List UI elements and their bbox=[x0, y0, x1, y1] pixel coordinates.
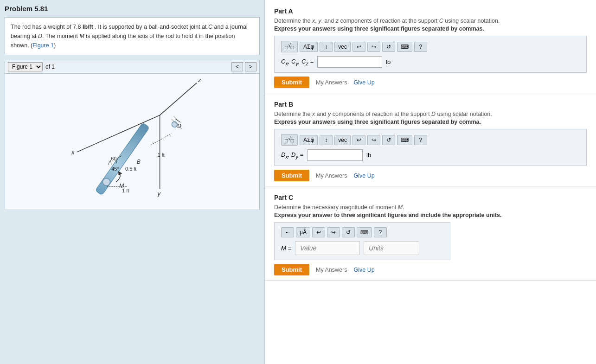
part-a-refresh-btn[interactable]: ↺ bbox=[382, 42, 395, 52]
part-c-refresh-btn[interactable]: ↺ bbox=[342, 227, 355, 237]
part-a-give-up[interactable]: Give Up bbox=[353, 79, 374, 86]
svg-text:D: D bbox=[177, 123, 181, 129]
part-a-section: Part A Determine the x, y, and z compone… bbox=[265, 0, 596, 93]
part-b-redo-btn[interactable]: ↪ bbox=[367, 135, 380, 145]
part-a-submit-row: Submit My Answers Give Up bbox=[274, 77, 587, 88]
part-b-give-up[interactable]: Give Up bbox=[353, 172, 374, 179]
vec-icon-b: vec bbox=[338, 137, 347, 143]
refresh-icon-c: ↺ bbox=[346, 229, 351, 236]
part-c-my-answers: My Answers bbox=[316, 267, 347, 273]
part-c-grid-btn[interactable]: ▪▫ bbox=[281, 227, 294, 237]
part-b-vec-btn[interactable]: vec bbox=[334, 135, 351, 145]
part-b-sqrt-btn[interactable]: □√□ bbox=[281, 134, 298, 146]
part-b-input-row: Dx, Dy = lb bbox=[281, 149, 580, 161]
vec-icon: vec bbox=[338, 44, 347, 50]
help-icon: ? bbox=[419, 44, 423, 50]
part-b-section: Part B Determine the x and y components … bbox=[265, 93, 596, 186]
part-a-input-row: Cx, Cy, Cz = lb bbox=[281, 56, 580, 68]
refresh-icon-b: ↺ bbox=[386, 137, 391, 143]
part-c-title: Part C bbox=[274, 194, 587, 201]
part-c-math-label: M = bbox=[281, 245, 291, 252]
problem-title: Problem 5.81 bbox=[5, 5, 260, 13]
part-b-refresh-btn[interactable]: ↺ bbox=[382, 135, 395, 145]
part-b-keyboard-btn[interactable]: ⌨ bbox=[397, 135, 412, 145]
part-a-vec-btn[interactable]: vec bbox=[334, 42, 351, 52]
part-b-undo-btn[interactable]: ↩ bbox=[352, 135, 365, 145]
redo-icon-b: ↪ bbox=[372, 137, 376, 143]
part-a-unit: lb bbox=[386, 58, 580, 65]
part-b-updown-btn[interactable]: ↕ bbox=[320, 135, 333, 145]
part-c-instruction: Determine the necessary magnitude of mom… bbox=[274, 204, 587, 211]
part-c-mu-btn[interactable]: μÅ bbox=[296, 227, 310, 237]
part-c-submit-row: Submit My Answers Give Up bbox=[274, 264, 587, 275]
svg-text:1 ft: 1 ft bbox=[158, 152, 165, 158]
part-c-submit-button[interactable]: Submit bbox=[274, 264, 309, 275]
part-c-units-input[interactable] bbox=[364, 241, 419, 255]
svg-text:1 ft: 1 ft bbox=[122, 188, 129, 193]
part-a-sigma-btn[interactable]: ΑΣφ bbox=[300, 42, 318, 52]
part-c-redo-btn[interactable]: ↪ bbox=[327, 227, 340, 237]
part-a-instruction-bold: Express your answers using three signifi… bbox=[274, 26, 587, 32]
part-b-submit-button[interactable]: Submit bbox=[274, 170, 309, 181]
svg-text:60°: 60° bbox=[111, 156, 119, 161]
part-c-undo-btn[interactable]: ↩ bbox=[312, 227, 325, 237]
updown-icon-b: ↕ bbox=[325, 137, 327, 143]
figure-image: z x y D A bbox=[5, 73, 260, 210]
undo-icon-b: ↩ bbox=[357, 137, 361, 143]
sigma-icon-b: ΑΣφ bbox=[303, 137, 314, 143]
updown-icon: ↕ bbox=[325, 44, 327, 50]
part-b-instruction-bold: Express your answers using three signifi… bbox=[274, 119, 587, 125]
figure-link[interactable]: Figure 1 bbox=[32, 42, 54, 49]
part-a-answer-box: □√□ ΑΣφ ↕ vec ↩ ↪ ↺ ⌨ ? Cx, Cy, Cz = lb bbox=[274, 36, 587, 73]
part-c-input-row: M = bbox=[281, 241, 443, 255]
figure-of: of 1 bbox=[45, 64, 55, 70]
part-a-help-btn[interactable]: ? bbox=[414, 42, 427, 52]
part-c-help-btn[interactable]: ? bbox=[374, 227, 387, 237]
part-b-sigma-btn[interactable]: ΑΣφ bbox=[300, 135, 318, 145]
part-a-redo-btn[interactable]: ↪ bbox=[367, 42, 380, 52]
figure-select[interactable]: Figure 1 bbox=[8, 62, 43, 71]
svg-point-23 bbox=[172, 121, 177, 127]
undo-icon-c: ↩ bbox=[316, 229, 321, 236]
part-a-sqrt-btn[interactable]: □√□ bbox=[281, 41, 298, 52]
part-b-answer-box: □√□ ΑΣφ ↕ vec ↩ ↪ ↺ ⌨ ? Dx, Dy = lb bbox=[274, 129, 587, 166]
part-a-my-answers: My Answers bbox=[316, 79, 347, 86]
figure-prev-button[interactable]: < bbox=[231, 62, 243, 71]
part-a-keyboard-btn[interactable]: ⌨ bbox=[397, 42, 412, 52]
keyboard-icon-b: ⌨ bbox=[401, 137, 409, 143]
part-b-math-label: Dx, Dy = bbox=[281, 151, 303, 160]
part-a-input[interactable] bbox=[317, 56, 382, 68]
part-c-keyboard-btn[interactable]: ⌨ bbox=[357, 227, 372, 237]
sqrt-icon-b: □√□ bbox=[285, 137, 294, 144]
svg-text:z: z bbox=[198, 77, 201, 83]
part-b-title: Part B bbox=[274, 101, 587, 108]
part-c-section: Part C Determine the necessary magnitude… bbox=[265, 186, 596, 281]
sigma-icon: ΑΣφ bbox=[303, 44, 314, 50]
sqrt-icon: □√□ bbox=[285, 44, 294, 51]
part-b-help-btn[interactable]: ? bbox=[414, 135, 427, 145]
help-icon-b: ? bbox=[419, 137, 423, 143]
part-b-unit: lb bbox=[366, 152, 580, 159]
part-a-updown-btn[interactable]: ↕ bbox=[320, 42, 333, 52]
part-c-toolbar: ▪▫ μÅ ↩ ↪ ↺ ⌨ ? bbox=[281, 227, 443, 237]
part-c-value-input[interactable] bbox=[295, 241, 360, 255]
part-b-submit-row: Submit My Answers Give Up bbox=[274, 170, 587, 181]
figure-controls: Figure 1 of 1 < > bbox=[5, 60, 260, 73]
part-a-undo-btn[interactable]: ↩ bbox=[352, 42, 365, 52]
problem-description: The rod has a weight of 7.8 lb/ft . It i… bbox=[5, 17, 260, 55]
part-c-instruction-bold: Express your answer to three significant… bbox=[274, 212, 587, 218]
svg-text:45°: 45° bbox=[111, 166, 119, 172]
refresh-icon: ↺ bbox=[386, 44, 391, 50]
figure-next-button[interactable]: > bbox=[245, 62, 256, 71]
part-b-input[interactable] bbox=[307, 149, 363, 161]
svg-text:0.5 ft: 0.5 ft bbox=[125, 166, 136, 172]
help-icon-c: ? bbox=[379, 229, 382, 236]
svg-text:B: B bbox=[137, 159, 141, 165]
part-c-give-up[interactable]: Give Up bbox=[353, 267, 374, 273]
svg-text:x: x bbox=[71, 149, 75, 156]
part-a-submit-button[interactable]: Submit bbox=[274, 77, 309, 88]
grid-icon: ▪▫ bbox=[286, 229, 290, 236]
part-a-math-label: Cx, Cy, Cz = bbox=[281, 58, 314, 66]
redo-icon-c: ↪ bbox=[331, 229, 336, 236]
svg-point-20 bbox=[103, 178, 110, 185]
